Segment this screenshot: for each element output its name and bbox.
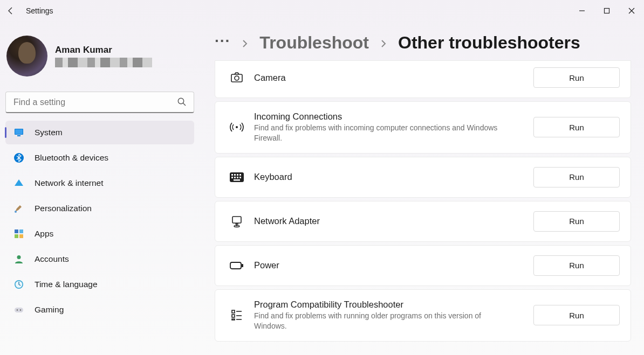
chevron-right-icon — [240, 33, 250, 53]
chevron-right-icon — [379, 33, 388, 53]
sidebar-item-system[interactable]: System — [5, 121, 194, 144]
maximize-button[interactable] — [594, 0, 619, 22]
camera-icon — [225, 71, 249, 85]
titlebar: Settings — [0, 0, 644, 22]
main-content: ··· Troubleshoot Other troubleshooters C… — [200, 22, 644, 355]
sidebar: Aman Kumar System Bluetooth & devices Ne… — [0, 22, 200, 355]
troubleshooter-card: Camera Run — [215, 60, 631, 98]
card-desc: Find and fix problems with running older… — [254, 311, 502, 331]
card-title: Program Compatibility Troubleshooter — [254, 300, 533, 310]
svg-rect-19 — [231, 74, 242, 82]
svg-rect-25 — [237, 174, 238, 176]
svg-rect-1 — [605, 9, 609, 13]
sidebar-item-bluetooth[interactable]: Bluetooth & devices — [5, 146, 194, 170]
svg-rect-27 — [231, 177, 233, 178]
svg-rect-23 — [231, 174, 233, 176]
sidebar-item-time-language[interactable]: Time & language — [5, 273, 194, 296]
svg-rect-11 — [15, 234, 18, 238]
profile-block[interactable]: Aman Kumar — [5, 27, 200, 85]
sidebar-item-label: Personalization — [35, 204, 92, 213]
wifi-icon — [13, 177, 25, 189]
svg-rect-32 — [232, 217, 241, 223]
svg-rect-5 — [15, 129, 23, 134]
svg-point-20 — [235, 76, 239, 80]
sidebar-item-label: Time & language — [35, 280, 98, 289]
svg-rect-29 — [237, 177, 238, 178]
breadcrumb: ··· Troubleshoot Other troubleshooters — [215, 32, 631, 53]
card-title: Network Adapter — [254, 216, 533, 226]
card-title: Keyboard — [254, 172, 533, 182]
run-button[interactable]: Run — [533, 167, 620, 187]
gamepad-icon — [13, 304, 25, 316]
window-title: Settings — [26, 6, 53, 15]
card-title: Camera — [254, 73, 533, 83]
profile-name: Aman Kumar — [55, 45, 152, 55]
breadcrumb-more[interactable]: ··· — [215, 32, 230, 53]
svg-rect-24 — [234, 174, 236, 176]
compat-icon — [225, 308, 249, 322]
card-title: Incoming Connections — [254, 112, 533, 122]
svg-rect-6 — [17, 135, 20, 136]
svg-rect-40 — [232, 319, 235, 320]
sidebar-item-accounts[interactable]: Accounts — [5, 247, 194, 271]
card-desc: Find and fix problems with incoming comp… — [254, 123, 502, 143]
troubleshooter-card: Keyboard Run — [215, 157, 631, 198]
breadcrumb-link-troubleshoot[interactable]: Troubleshoot — [259, 33, 369, 53]
minimize-button[interactable] — [570, 0, 594, 22]
svg-point-21 — [236, 126, 238, 128]
back-button[interactable] — [0, 6, 22, 15]
sidebar-item-label: Network & internet — [35, 178, 104, 188]
svg-point-2 — [178, 98, 183, 103]
search-wrap — [5, 92, 194, 113]
run-button[interactable]: Run — [533, 211, 620, 232]
svg-point-17 — [17, 309, 18, 310]
svg-rect-37 — [242, 264, 243, 267]
person-icon — [13, 253, 25, 265]
search-icon — [177, 97, 187, 109]
svg-rect-30 — [239, 177, 241, 178]
sidebar-item-label: Gaming — [35, 305, 64, 315]
svg-rect-31 — [234, 179, 240, 181]
svg-rect-10 — [19, 229, 23, 233]
troubleshooter-list: Camera Run Incoming Connections Find and… — [215, 60, 631, 342]
keyboard-icon — [225, 172, 249, 183]
run-button[interactable]: Run — [533, 255, 620, 276]
svg-rect-12 — [19, 234, 23, 238]
svg-point-18 — [20, 309, 21, 310]
svg-rect-36 — [230, 262, 241, 269]
svg-rect-16 — [15, 308, 23, 312]
svg-point-13 — [17, 255, 21, 259]
avatar — [6, 36, 47, 76]
troubleshooter-card: Program Compatibility Troubleshooter Fin… — [215, 289, 631, 342]
svg-rect-38 — [232, 310, 235, 313]
run-button[interactable]: Run — [533, 305, 620, 325]
svg-rect-39 — [232, 315, 235, 317]
troubleshooter-card: Power Run — [215, 245, 631, 286]
card-title: Power — [254, 260, 533, 270]
sidebar-item-label: Apps — [35, 229, 53, 239]
nav: System Bluetooth & devices Network & int… — [5, 121, 200, 322]
close-button[interactable] — [619, 0, 644, 22]
brush-icon — [13, 203, 25, 214]
sidebar-item-label: Accounts — [35, 254, 69, 264]
bluetooth-icon — [13, 152, 25, 164]
sidebar-item-personalization[interactable]: Personalization — [5, 197, 194, 220]
svg-rect-9 — [15, 229, 18, 233]
run-button[interactable]: Run — [533, 67, 620, 88]
sidebar-item-gaming[interactable]: Gaming — [5, 298, 194, 322]
sidebar-item-network[interactable]: Network & internet — [5, 171, 194, 195]
run-button[interactable]: Run — [533, 117, 620, 137]
signal-icon — [225, 120, 249, 134]
sidebar-item-label: Bluetooth & devices — [35, 153, 108, 163]
sidebar-item-apps[interactable]: Apps — [5, 222, 194, 246]
svg-rect-26 — [239, 174, 241, 176]
svg-point-8 — [15, 211, 17, 213]
adapter-icon — [225, 214, 249, 228]
window-controls — [570, 0, 644, 22]
troubleshooter-card: Incoming Connections Find and fix proble… — [215, 101, 631, 154]
search-input[interactable] — [5, 92, 194, 113]
svg-line-3 — [183, 103, 186, 106]
profile-sub-redacted — [55, 58, 152, 67]
sidebar-item-label: System — [35, 128, 63, 137]
breadcrumb-current: Other troubleshooters — [398, 33, 580, 53]
